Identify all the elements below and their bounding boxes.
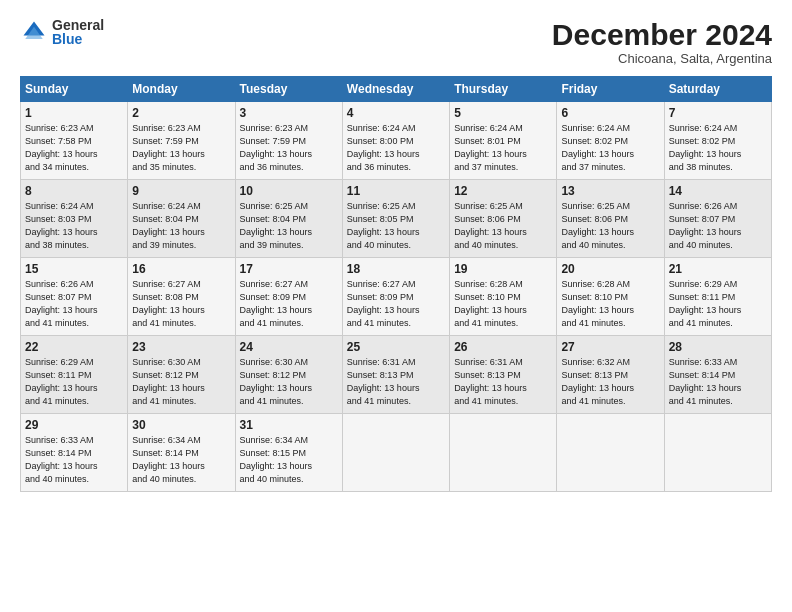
day-info: Sunrise: 6:26 AM Sunset: 8:07 PM Dayligh… [25, 278, 123, 330]
day-number: 20 [561, 262, 659, 276]
day-info: Sunrise: 6:24 AM Sunset: 8:01 PM Dayligh… [454, 122, 552, 174]
day-number: 18 [347, 262, 445, 276]
calendar-cell: 5Sunrise: 6:24 AM Sunset: 8:01 PM Daylig… [450, 102, 557, 180]
day-info: Sunrise: 6:33 AM Sunset: 8:14 PM Dayligh… [25, 434, 123, 486]
day-number: 3 [240, 106, 338, 120]
calendar-cell: 7Sunrise: 6:24 AM Sunset: 8:02 PM Daylig… [664, 102, 771, 180]
day-number: 2 [132, 106, 230, 120]
day-number: 6 [561, 106, 659, 120]
col-tuesday: Tuesday [235, 77, 342, 102]
day-info: Sunrise: 6:34 AM Sunset: 8:14 PM Dayligh… [132, 434, 230, 486]
calendar-cell: 28Sunrise: 6:33 AM Sunset: 8:14 PM Dayli… [664, 336, 771, 414]
day-number: 14 [669, 184, 767, 198]
day-info: Sunrise: 6:31 AM Sunset: 8:13 PM Dayligh… [347, 356, 445, 408]
calendar-row: 15Sunrise: 6:26 AM Sunset: 8:07 PM Dayli… [21, 258, 772, 336]
day-number: 29 [25, 418, 123, 432]
col-wednesday: Wednesday [342, 77, 449, 102]
calendar-cell: 11Sunrise: 6:25 AM Sunset: 8:05 PM Dayli… [342, 180, 449, 258]
header-row: Sunday Monday Tuesday Wednesday Thursday… [21, 77, 772, 102]
calendar-cell [664, 414, 771, 492]
day-number: 28 [669, 340, 767, 354]
day-number: 13 [561, 184, 659, 198]
day-info: Sunrise: 6:24 AM Sunset: 8:03 PM Dayligh… [25, 200, 123, 252]
calendar-cell: 15Sunrise: 6:26 AM Sunset: 8:07 PM Dayli… [21, 258, 128, 336]
calendar-cell: 12Sunrise: 6:25 AM Sunset: 8:06 PM Dayli… [450, 180, 557, 258]
calendar-page: General Blue December 2024 Chicoana, Sal… [0, 0, 792, 612]
day-number: 1 [25, 106, 123, 120]
day-number: 5 [454, 106, 552, 120]
col-friday: Friday [557, 77, 664, 102]
calendar-cell [450, 414, 557, 492]
calendar-cell: 10Sunrise: 6:25 AM Sunset: 8:04 PM Dayli… [235, 180, 342, 258]
day-info: Sunrise: 6:28 AM Sunset: 8:10 PM Dayligh… [454, 278, 552, 330]
calendar-cell: 8Sunrise: 6:24 AM Sunset: 8:03 PM Daylig… [21, 180, 128, 258]
day-number: 11 [347, 184, 445, 198]
calendar-cell: 24Sunrise: 6:30 AM Sunset: 8:12 PM Dayli… [235, 336, 342, 414]
day-info: Sunrise: 6:24 AM Sunset: 8:02 PM Dayligh… [669, 122, 767, 174]
day-info: Sunrise: 6:24 AM Sunset: 8:00 PM Dayligh… [347, 122, 445, 174]
day-number: 12 [454, 184, 552, 198]
day-info: Sunrise: 6:31 AM Sunset: 8:13 PM Dayligh… [454, 356, 552, 408]
day-number: 31 [240, 418, 338, 432]
day-info: Sunrise: 6:27 AM Sunset: 8:09 PM Dayligh… [240, 278, 338, 330]
calendar-cell: 9Sunrise: 6:24 AM Sunset: 8:04 PM Daylig… [128, 180, 235, 258]
day-info: Sunrise: 6:29 AM Sunset: 8:11 PM Dayligh… [669, 278, 767, 330]
day-number: 30 [132, 418, 230, 432]
calendar-cell: 3Sunrise: 6:23 AM Sunset: 7:59 PM Daylig… [235, 102, 342, 180]
day-number: 19 [454, 262, 552, 276]
day-number: 10 [240, 184, 338, 198]
logo-text: General Blue [52, 18, 104, 46]
day-info: Sunrise: 6:25 AM Sunset: 8:05 PM Dayligh… [347, 200, 445, 252]
location-subtitle: Chicoana, Salta, Argentina [552, 51, 772, 66]
day-info: Sunrise: 6:25 AM Sunset: 8:04 PM Dayligh… [240, 200, 338, 252]
day-info: Sunrise: 6:23 AM Sunset: 7:59 PM Dayligh… [132, 122, 230, 174]
calendar-cell: 22Sunrise: 6:29 AM Sunset: 8:11 PM Dayli… [21, 336, 128, 414]
calendar-cell: 16Sunrise: 6:27 AM Sunset: 8:08 PM Dayli… [128, 258, 235, 336]
day-info: Sunrise: 6:30 AM Sunset: 8:12 PM Dayligh… [132, 356, 230, 408]
logo-general: General [52, 18, 104, 32]
day-number: 4 [347, 106, 445, 120]
day-info: Sunrise: 6:26 AM Sunset: 8:07 PM Dayligh… [669, 200, 767, 252]
logo: General Blue [20, 18, 104, 46]
col-thursday: Thursday [450, 77, 557, 102]
day-number: 21 [669, 262, 767, 276]
calendar-row: 1Sunrise: 6:23 AM Sunset: 7:58 PM Daylig… [21, 102, 772, 180]
calendar-cell: 29Sunrise: 6:33 AM Sunset: 8:14 PM Dayli… [21, 414, 128, 492]
day-info: Sunrise: 6:24 AM Sunset: 8:02 PM Dayligh… [561, 122, 659, 174]
day-number: 9 [132, 184, 230, 198]
day-info: Sunrise: 6:32 AM Sunset: 8:13 PM Dayligh… [561, 356, 659, 408]
col-saturday: Saturday [664, 77, 771, 102]
calendar-cell: 20Sunrise: 6:28 AM Sunset: 8:10 PM Dayli… [557, 258, 664, 336]
calendar-table: Sunday Monday Tuesday Wednesday Thursday… [20, 76, 772, 492]
day-number: 26 [454, 340, 552, 354]
day-number: 25 [347, 340, 445, 354]
page-header: General Blue December 2024 Chicoana, Sal… [20, 18, 772, 66]
calendar-cell: 25Sunrise: 6:31 AM Sunset: 8:13 PM Dayli… [342, 336, 449, 414]
calendar-row: 29Sunrise: 6:33 AM Sunset: 8:14 PM Dayli… [21, 414, 772, 492]
day-info: Sunrise: 6:27 AM Sunset: 8:09 PM Dayligh… [347, 278, 445, 330]
calendar-cell: 26Sunrise: 6:31 AM Sunset: 8:13 PM Dayli… [450, 336, 557, 414]
day-info: Sunrise: 6:27 AM Sunset: 8:08 PM Dayligh… [132, 278, 230, 330]
calendar-cell: 30Sunrise: 6:34 AM Sunset: 8:14 PM Dayli… [128, 414, 235, 492]
calendar-cell: 13Sunrise: 6:25 AM Sunset: 8:06 PM Dayli… [557, 180, 664, 258]
day-number: 8 [25, 184, 123, 198]
day-info: Sunrise: 6:28 AM Sunset: 8:10 PM Dayligh… [561, 278, 659, 330]
day-number: 27 [561, 340, 659, 354]
col-sunday: Sunday [21, 77, 128, 102]
calendar-cell: 27Sunrise: 6:32 AM Sunset: 8:13 PM Dayli… [557, 336, 664, 414]
calendar-cell: 2Sunrise: 6:23 AM Sunset: 7:59 PM Daylig… [128, 102, 235, 180]
day-info: Sunrise: 6:25 AM Sunset: 8:06 PM Dayligh… [561, 200, 659, 252]
day-info: Sunrise: 6:34 AM Sunset: 8:15 PM Dayligh… [240, 434, 338, 486]
day-number: 22 [25, 340, 123, 354]
day-number: 23 [132, 340, 230, 354]
logo-icon [20, 18, 48, 46]
calendar-cell: 31Sunrise: 6:34 AM Sunset: 8:15 PM Dayli… [235, 414, 342, 492]
day-number: 17 [240, 262, 338, 276]
day-info: Sunrise: 6:23 AM Sunset: 7:58 PM Dayligh… [25, 122, 123, 174]
calendar-cell [557, 414, 664, 492]
calendar-cell: 17Sunrise: 6:27 AM Sunset: 8:09 PM Dayli… [235, 258, 342, 336]
day-number: 7 [669, 106, 767, 120]
day-info: Sunrise: 6:24 AM Sunset: 8:04 PM Dayligh… [132, 200, 230, 252]
calendar-cell: 21Sunrise: 6:29 AM Sunset: 8:11 PM Dayli… [664, 258, 771, 336]
calendar-cell: 19Sunrise: 6:28 AM Sunset: 8:10 PM Dayli… [450, 258, 557, 336]
